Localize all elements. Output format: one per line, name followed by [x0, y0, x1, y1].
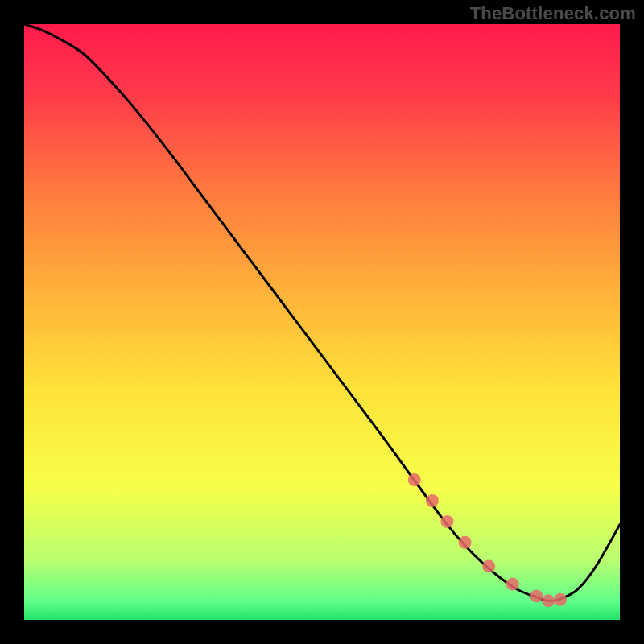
marker-point: [542, 594, 555, 607]
gradient-rect: [24, 24, 620, 620]
marker-point: [506, 578, 519, 591]
marker-point: [459, 536, 472, 549]
attribution-label: TheBottleneck.com: [470, 3, 636, 24]
marker-point: [440, 515, 453, 528]
plot-svg: [24, 24, 620, 620]
marker-point: [554, 593, 567, 606]
plot-area: [24, 24, 620, 620]
marker-point: [482, 559, 495, 572]
marker-point: [530, 589, 543, 602]
chart-frame: TheBottleneck.com: [0, 0, 644, 644]
marker-point: [426, 494, 439, 507]
marker-point: [408, 473, 421, 486]
